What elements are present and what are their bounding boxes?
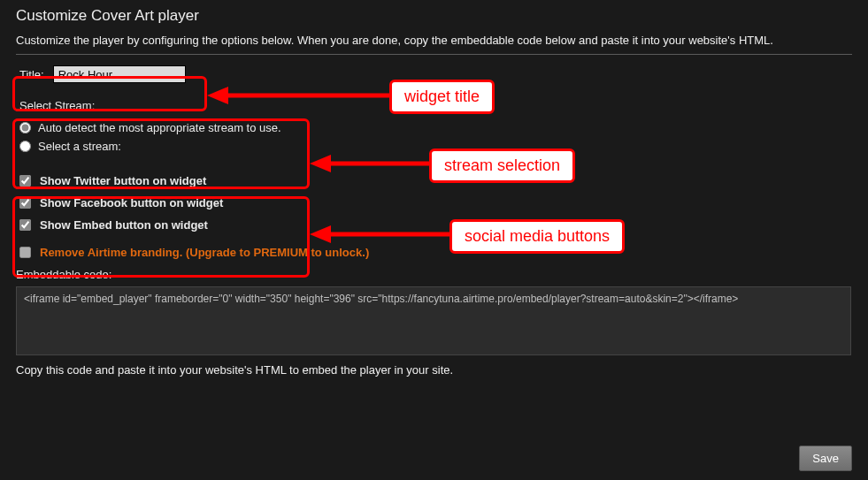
page-subtitle: Customize the player by configuring the … <box>16 34 852 55</box>
embed-note: Copy this code and paste it into your we… <box>16 363 852 377</box>
premium-checkbox <box>19 247 31 258</box>
title-input[interactable] <box>53 65 186 83</box>
stream-auto-radio[interactable] <box>19 122 31 133</box>
title-field-row: Title: <box>16 60 205 88</box>
embed-label: Show Embed button on widget <box>40 218 208 232</box>
title-label: Title: <box>19 68 44 81</box>
embed-code-textarea[interactable] <box>16 286 851 355</box>
facebook-label: Show Facebook button on widget <box>40 196 223 210</box>
twitter-label: Show Twitter button on widget <box>40 174 206 187</box>
embed-checkbox[interactable] <box>19 219 31 231</box>
twitter-checkbox[interactable] <box>19 175 31 187</box>
premium-label: Remove Airtime branding. (Upgrade to PRE… <box>40 246 369 259</box>
stream-auto-label: Auto detect the most appropriate stream … <box>38 121 281 134</box>
stream-select-radio[interactable] <box>19 141 31 152</box>
stream-select-label: Select a stream: <box>38 140 121 153</box>
social-checks: Show Twitter button on widget Show Faceb… <box>16 169 308 246</box>
stream-label: Select Stream: <box>19 99 308 112</box>
stream-block: Select Stream: Auto detect the most appr… <box>16 94 308 164</box>
page-title: Customize Cover Art player <box>16 7 852 25</box>
facebook-checkbox[interactable] <box>19 197 31 209</box>
embed-code-label: Embeddable code: <box>16 268 852 281</box>
save-button[interactable]: Save <box>799 446 852 471</box>
